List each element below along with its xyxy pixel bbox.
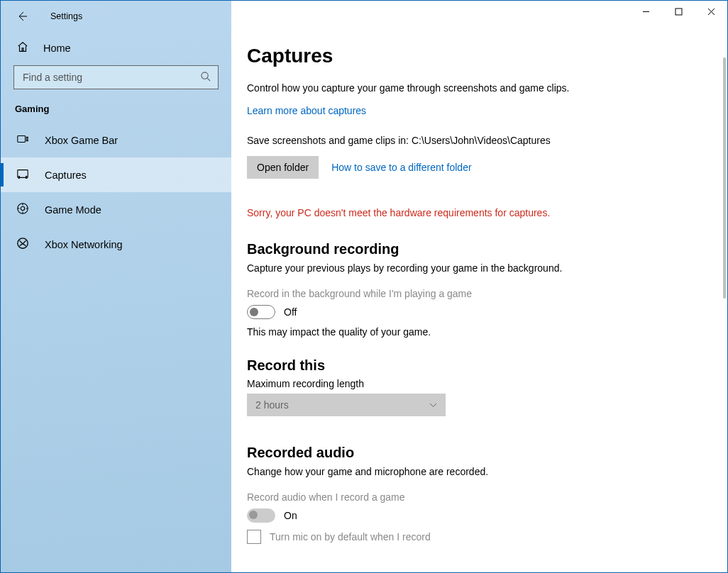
bg-impact-note: This may impact the quality of your game… [247, 326, 712, 338]
max-length-dropdown[interactable]: 2 hours [247, 394, 446, 416]
toggle-off-icon [247, 305, 275, 319]
background-recording-title: Background recording [247, 241, 712, 257]
save-path-prefix: Save screenshots and game clips in: [247, 135, 412, 146]
sidebar-top: Settings [1, 11, 231, 30]
open-folder-row: Open folder How to save to a different f… [247, 156, 712, 179]
sidebar-item-home[interactable]: Home [1, 30, 231, 65]
recorded-audio-title: Recorded audio [247, 445, 712, 461]
sidebar-item-label: Xbox Networking [45, 239, 123, 250]
bg-toggle-label: Record in the background while I'm playi… [247, 288, 712, 299]
max-length-label: Maximum recording length [247, 378, 712, 389]
svg-rect-1 [18, 136, 26, 143]
intro-text: Control how you capture your game throug… [247, 82, 644, 95]
chevron-down-icon [429, 401, 437, 409]
svg-point-0 [202, 72, 208, 79]
open-folder-button[interactable]: Open folder [247, 156, 319, 179]
audio-toggle-label: Record audio when I record a game [247, 491, 712, 503]
game-mode-icon [16, 202, 29, 217]
settings-window: Settings Home Gaming Xbox Game Bar [0, 0, 728, 573]
bg-toggle-row: Off [247, 305, 712, 319]
captures-icon [16, 167, 29, 182]
save-path-line: Save screenshots and game clips in: C:\U… [247, 135, 712, 146]
bg-recording-toggle[interactable] [247, 305, 275, 319]
toggle-disabled-icon [247, 508, 275, 523]
record-audio-toggle[interactable] [247, 508, 275, 523]
dropdown-value: 2 hours [255, 399, 289, 411]
mic-checkbox-row: Turn mic on by default when I record [247, 530, 712, 544]
sidebar-item-label: Game Mode [45, 204, 101, 216]
search-box[interactable] [13, 65, 219, 89]
category-label: Gaming [1, 104, 231, 123]
background-recording-desc: Capture your previous plays by recording… [247, 262, 644, 275]
search-icon [200, 71, 211, 84]
page-title: Captures [247, 45, 712, 67]
svg-rect-2 [26, 137, 28, 138]
home-icon [16, 40, 29, 55]
app-title: Settings [50, 11, 82, 21]
bg-toggle-state: Off [284, 306, 297, 318]
svg-point-8 [21, 206, 24, 210]
mic-checkbox-label: Turn mic on by default when I record [270, 531, 431, 543]
learn-more-link[interactable]: Learn more about captures [247, 105, 366, 116]
scrollbar-thumb[interactable] [723, 57, 726, 299]
record-this-title: Record this [247, 357, 712, 374]
content-scroll[interactable]: Captures Control how you capture your ga… [231, 1, 727, 572]
game-bar-icon [16, 133, 29, 148]
save-path: C:\Users\John\Videos\Captures [412, 135, 551, 146]
sidebar: Settings Home Gaming Xbox Game Bar [1, 1, 231, 572]
mic-default-checkbox[interactable] [247, 530, 261, 544]
audio-toggle-state: On [284, 510, 297, 521]
sidebar-item-label: Xbox Game Bar [45, 135, 118, 146]
sidebar-item-xbox-networking[interactable]: Xbox Networking [1, 227, 231, 262]
audio-toggle-row: On [247, 508, 712, 523]
svg-rect-3 [26, 140, 28, 141]
hardware-error-text: Sorry, your PC doesn't meet the hardware… [247, 207, 712, 218]
howto-different-folder-link[interactable]: How to save to a different folder [331, 162, 471, 173]
home-label: Home [43, 43, 71, 54]
sidebar-item-game-mode[interactable]: Game Mode [1, 192, 231, 227]
svg-point-9 [18, 238, 28, 248]
search-input[interactable] [21, 71, 200, 84]
search-wrap [1, 65, 231, 104]
back-arrow-icon[interactable] [16, 11, 28, 22]
minimize-button[interactable] [629, 1, 662, 22]
svg-rect-10 [675, 9, 682, 15]
close-button[interactable] [695, 1, 727, 22]
content-pane: Captures Control how you capture your ga… [231, 1, 727, 572]
window-controls [629, 1, 727, 22]
recorded-audio-desc: Change how your game and microphone are … [247, 465, 644, 479]
sidebar-item-captures[interactable]: Captures [1, 157, 231, 192]
maximize-button[interactable] [662, 1, 695, 22]
sidebar-item-xbox-game-bar[interactable]: Xbox Game Bar [1, 123, 231, 157]
sidebar-item-label: Captures [45, 169, 87, 181]
xbox-networking-icon [16, 237, 29, 252]
